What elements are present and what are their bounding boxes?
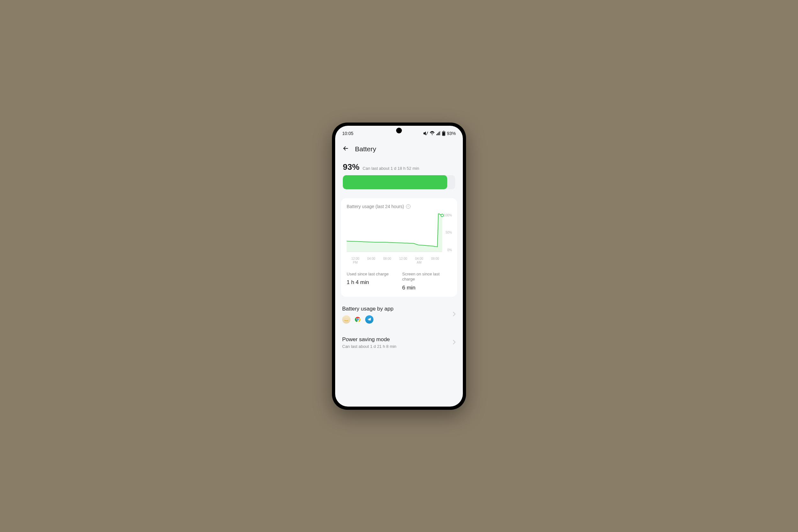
battery-status-icon [442,131,445,136]
chart-x-labels: 12:00 PM04:0008:0012:0004:00 AM08:00 [347,255,451,265]
svg-rect-2 [442,132,445,135]
status-time: 10:05 [342,131,353,136]
status-indicators: 93% [423,131,456,136]
used-value: 1 h 4 min [347,279,396,286]
battery-chart[interactable]: 100%50%0% [347,213,451,255]
info-icon[interactable]: i [406,204,411,209]
app-icon-list [342,315,394,324]
status-battery-text: 93% [447,131,456,136]
battery-estimate: Can last about 1 d 18 h 52 min [363,166,419,171]
svg-rect-3 [443,131,444,132]
battery-percentage: 93% [343,162,359,172]
page-header: Battery [335,138,463,158]
signal-icon [436,131,440,136]
battery-usage-by-app-row[interactable]: Battery usage by app [341,299,457,325]
apps-title: Battery usage by app [342,306,394,312]
svg-point-5 [441,214,443,217]
app-icon-amazon [342,315,350,324]
usage-card-title: Battery usage (last 24 hours) [347,204,404,209]
svg-point-10 [357,319,359,320]
battery-progress-fill [343,175,447,189]
screen-on-value: 6 min [402,285,451,291]
phone-frame: 10:05 93% Battery [332,122,466,410]
camera-punch-hole [396,128,402,133]
mute-icon [423,131,429,136]
content-scroll[interactable]: 93% Can last about 1 d 18 h 52 min Batte… [335,158,463,406]
power-saving-subtitle: Can last about 1 d 21 h 8 min [342,344,396,349]
power-saving-mode-row[interactable]: Power saving mode Can last about 1 d 21 … [341,330,457,349]
wifi-icon [430,131,435,136]
chart-y-labels: 100%50%0% [444,213,452,252]
battery-progress-bar [343,175,455,189]
used-label: Used since last charge [347,271,396,277]
back-button[interactable] [342,145,349,153]
app-icon-telegram [365,315,374,324]
svg-line-0 [426,132,428,135]
page-title: Battery [355,145,376,153]
screen-on-label: Screen on since last charge [402,271,451,282]
app-icon-chrome [354,315,362,324]
battery-chart-svg [347,213,451,255]
svg-marker-4 [347,213,442,252]
power-saving-title: Power saving mode [342,336,396,343]
used-since-charge: Used since last charge 1 h 4 min [347,271,396,291]
screen: 10:05 93% Battery [335,126,463,406]
chevron-right-icon [453,311,456,318]
screen-on-since-charge: Screen on since last charge 6 min [402,271,451,291]
battery-summary: 93% Can last about 1 d 18 h 52 min [341,158,457,192]
chevron-right-icon [453,340,456,346]
battery-usage-card[interactable]: Battery usage (last 24 hours) i 100%50%0… [341,198,457,297]
